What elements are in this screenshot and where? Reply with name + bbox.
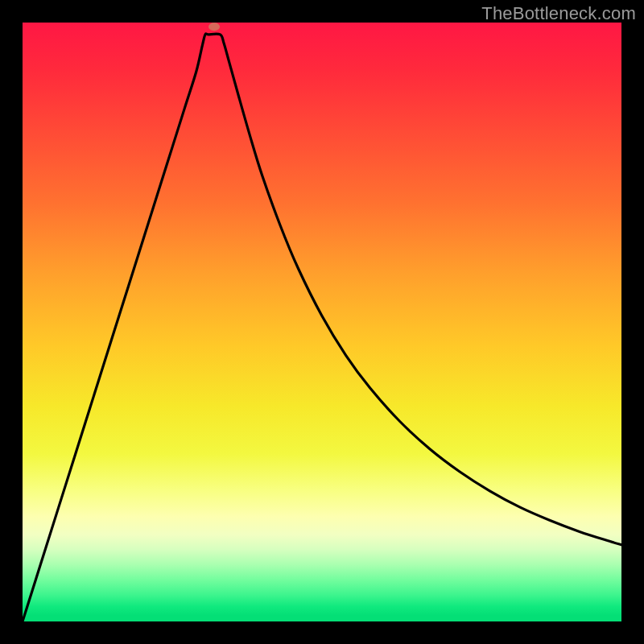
chart-frame: TheBottleneck.com (0, 0, 644, 644)
watermark-text: TheBottleneck.com (481, 3, 636, 24)
optimum-marker (208, 23, 220, 31)
bottleneck-curve (23, 34, 621, 621)
plot-area (23, 23, 621, 621)
chart-svg (23, 23, 621, 621)
